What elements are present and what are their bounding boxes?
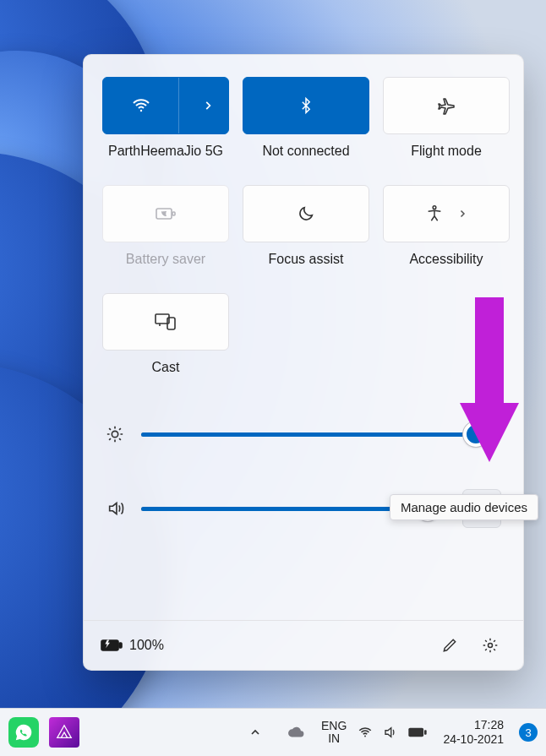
taskbar-app-affinity[interactable] (49, 717, 79, 748)
affinity-icon (55, 723, 74, 742)
bluetooth-tile[interactable] (243, 77, 369, 134)
battery-charging-icon (101, 638, 123, 653)
svg-rect-10 (475, 297, 504, 407)
date: 24-10-2021 (443, 732, 504, 747)
whatsapp-icon (14, 723, 33, 742)
svg-rect-14 (424, 730, 427, 734)
focus-assist-label: Focus assist (269, 251, 344, 286)
lang-bottom: IN (328, 732, 340, 745)
wifi-icon (357, 725, 374, 740)
chevron-up-icon (248, 726, 262, 739)
moon-icon (297, 204, 315, 223)
chevron-right-icon (202, 100, 214, 111)
svg-point-3 (433, 206, 436, 209)
panel-footer: 100% (84, 620, 523, 670)
tooltip: Manage audio devices (390, 494, 538, 520)
chevron-right-icon (457, 209, 467, 219)
volume-icon (106, 499, 128, 518)
battery-saver-label: Battery saver (126, 251, 205, 286)
wifi-icon (131, 95, 151, 116)
battery-percent: 100% (129, 638, 164, 653)
all-settings-button[interactable] (474, 629, 506, 661)
gear-icon (482, 637, 499, 654)
taskbar-app-whatsapp[interactable] (8, 717, 39, 748)
brightness-slider[interactable] (141, 432, 501, 437)
edit-quick-settings-button[interactable] (434, 629, 466, 661)
lang-top: ENG (321, 720, 347, 732)
svg-rect-13 (409, 728, 424, 737)
svg-point-12 (364, 736, 366, 737)
svg-point-9 (489, 644, 493, 648)
battery-saver-tile (102, 185, 229, 242)
bluetooth-icon (298, 95, 314, 117)
svg-point-6 (112, 431, 117, 437)
accessibility-tile[interactable] (383, 185, 510, 242)
svg-point-0 (139, 110, 141, 111)
brightness-icon (106, 425, 128, 443)
svg-rect-8 (119, 643, 122, 648)
battery-icon (407, 726, 428, 739)
cast-icon (155, 313, 177, 331)
svg-rect-7 (101, 640, 118, 650)
battery-status[interactable]: 100% (101, 638, 164, 653)
cast-tile[interactable] (102, 293, 229, 351)
annotation-arrow (451, 297, 527, 475)
clock[interactable]: 17:28 24-10-2021 (443, 718, 504, 747)
cast-label: Cast (152, 359, 180, 394)
battery-saver-icon (155, 205, 177, 222)
accessibility-icon (425, 204, 444, 223)
system-tray[interactable] (357, 725, 428, 740)
flight-mode-tile[interactable] (383, 77, 510, 134)
svg-rect-2 (172, 212, 175, 215)
wifi-expand-button[interactable] (188, 78, 228, 133)
wifi-label: ParthHeemaJio 5G (108, 143, 223, 178)
flight-mode-label: Flight mode (411, 143, 482, 178)
bluetooth-label: Not connected (262, 143, 349, 178)
cloud-icon (287, 725, 305, 740)
wifi-toggle[interactable] (103, 78, 179, 133)
pencil-icon (441, 637, 458, 654)
taskbar: ENG IN 17:28 24-10-2021 3 (0, 708, 546, 756)
language-indicator[interactable]: ENG IN (321, 720, 347, 746)
airplane-icon (436, 95, 456, 116)
wifi-tile[interactable] (102, 77, 229, 134)
notification-badge[interactable]: 3 (519, 723, 538, 742)
tray-overflow-button[interactable] (240, 717, 270, 748)
svg-marker-11 (460, 403, 519, 462)
tray-onedrive[interactable] (281, 717, 311, 748)
time: 17:28 (474, 718, 504, 732)
accessibility-label: Accessibility (409, 251, 483, 286)
volume-icon (382, 725, 399, 740)
brightness-slider-row (106, 415, 501, 454)
focus-assist-tile[interactable] (243, 185, 369, 242)
